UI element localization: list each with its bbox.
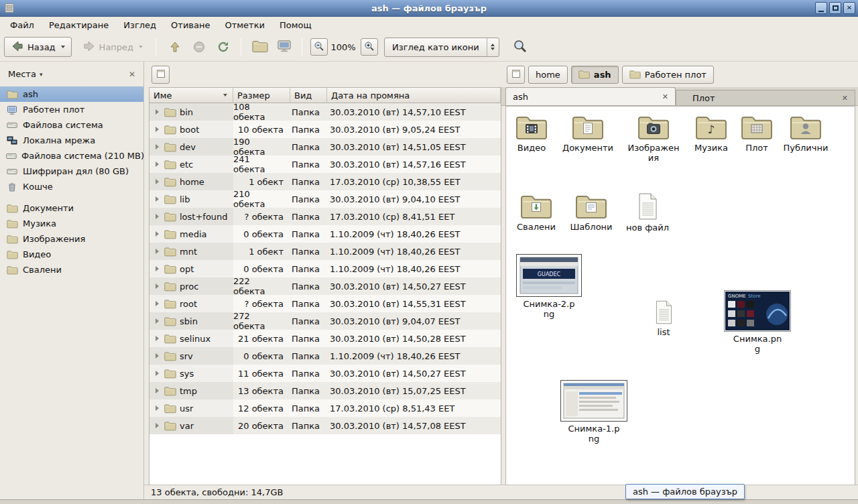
close-button[interactable]: ✕ — [843, 2, 855, 14]
expander-icon[interactable] — [156, 371, 159, 376]
sidebar-item-video[interactable]: Видео — [0, 247, 143, 262]
sidebar-item-trash[interactable]: Кошче — [0, 179, 143, 194]
menu-go[interactable]: Отиване — [164, 18, 217, 32]
table-row[interactable]: home1 обектПапка17.03.2010 (ср) 10,38,55… — [149, 173, 501, 190]
reload-button[interactable] — [212, 37, 235, 57]
expander-icon[interactable] — [156, 301, 159, 306]
icon-view[interactable]: ВидеоДокументиИзображения♪МузикаПлотПубл… — [505, 106, 855, 485]
tab-plot[interactable]: Плот✕ — [676, 90, 855, 105]
sidebar-item-filesystem[interactable]: Файлова система — [0, 117, 143, 133]
file-item-snimka[interactable]: GNOMEStoreСнимка.png — [724, 290, 791, 354]
pane-location-button[interactable] — [507, 66, 525, 84]
sidebar-item-encrypted-80gb[interactable]: Шифриран дял (80 GB) — [0, 164, 143, 179]
expander-icon[interactable] — [156, 196, 159, 202]
sidebar-item-documents[interactable]: Документи — [0, 200, 143, 216]
expander-icon[interactable] — [156, 179, 159, 184]
expander-icon[interactable] — [156, 162, 159, 167]
sidebar-item-downloads[interactable]: Свалени — [0, 262, 143, 277]
breadcrumb-ash[interactable]: ash — [571, 66, 619, 84]
minimize-button[interactable] — [815, 2, 827, 14]
expander-icon[interactable] — [156, 144, 159, 149]
places-dropdown[interactable]: Места ▾ — [8, 69, 42, 79]
table-row[interactable]: var20 обектаПапка30.03.2010 (вт) 14,57,0… — [149, 417, 501, 434]
table-row[interactable]: bin108 обектаПапка30.03.2010 (вт) 14,57,… — [149, 103, 501, 121]
pane-location-button[interactable] — [151, 66, 170, 84]
back-button[interactable]: Назад — [4, 37, 72, 57]
file-item-documents[interactable]: Документи — [554, 114, 621, 153]
up-button[interactable] — [164, 37, 186, 57]
table-row[interactable]: lost+found? обектаПапка17.03.2010 (ср) 8… — [149, 208, 501, 225]
search-button[interactable] — [509, 37, 532, 57]
table-row[interactable]: dev190 обектаПапка30.03.2010 (вт) 14,51,… — [149, 138, 501, 155]
stop-button[interactable] — [188, 37, 210, 57]
file-item-list[interactable]: list — [630, 300, 697, 337]
menu-help[interactable]: Помощ — [272, 18, 319, 32]
taskbar-window-label[interactable]: ash — файлов браузър — [625, 484, 745, 499]
table-row[interactable]: usr12 обектаПапка17.03.2010 (ср) 8,51,43… — [149, 399, 501, 417]
zoom-in-button[interactable] — [361, 38, 378, 56]
expander-icon[interactable] — [156, 423, 159, 428]
maximize-button[interactable] — [829, 2, 841, 14]
forward-dropdown-icon[interactable] — [139, 46, 143, 48]
expander-icon[interactable] — [156, 284, 159, 289]
file-item-snimka2[interactable]: GUADECСнимка-2.png — [515, 254, 583, 319]
expander-icon[interactable] — [156, 214, 159, 219]
view-mode-select[interactable]: Изглед като икони — [384, 38, 499, 57]
file-item-newfile[interactable]: нов файл — [614, 192, 681, 233]
column-header-size[interactable]: Размер — [233, 88, 290, 103]
tab-ash[interactable]: ash✕ — [505, 87, 676, 105]
table-row[interactable]: tmp13 обектаПапка30.03.2010 (вт) 15,07,2… — [149, 382, 501, 399]
home-button[interactable] — [249, 37, 271, 57]
menu-bookmarks[interactable]: Отметки — [217, 18, 271, 32]
breadcrumb-home[interactable]: home — [528, 66, 568, 84]
combo-arrows-icon[interactable] — [487, 38, 499, 56]
expander-icon[interactable] — [156, 109, 159, 115]
expander-icon[interactable] — [156, 318, 159, 324]
sidebar-item-desktop[interactable]: Работен плот — [0, 102, 143, 117]
menu-file[interactable]: Файл — [3, 18, 42, 32]
table-row[interactable]: selinux21 обектаПапка30.03.2010 (вт) 14,… — [149, 330, 501, 347]
expander-icon[interactable] — [156, 249, 159, 254]
back-dropdown-icon[interactable] — [61, 46, 65, 48]
expander-icon[interactable] — [156, 231, 159, 237]
tab-close-icon[interactable]: ✕ — [662, 92, 668, 101]
sidebar-item-ash[interactable]: ash — [0, 86, 143, 102]
file-item-snimka1[interactable]: Снимка-1.png — [560, 380, 627, 444]
expander-icon[interactable] — [156, 266, 159, 271]
table-row[interactable]: srv0 обектаПапка1.10.2009 (чт) 18,40,26 … — [149, 347, 501, 365]
file-item-public[interactable]: Публични — [772, 114, 839, 153]
table-row[interactable]: sbin272 обектаПапка30.03.2010 (вт) 9,04,… — [149, 312, 501, 330]
table-row[interactable]: root? обектаПапка30.03.2010 (вт) 14,55,3… — [149, 295, 501, 312]
zoom-out-button[interactable] — [310, 38, 328, 56]
menu-edit[interactable]: Редактиране — [42, 18, 116, 32]
sidebar-item-music[interactable]: Музика — [0, 216, 143, 231]
sidebar-close-button[interactable]: ✕ — [129, 70, 135, 79]
expander-icon[interactable] — [156, 388, 159, 393]
expander-icon[interactable] — [156, 405, 159, 411]
table-row[interactable]: sys11 обектаПапка30.03.2010 (вт) 14,50,2… — [149, 365, 501, 382]
breadcrumb-desktop[interactable]: Работен плот — [622, 66, 714, 84]
expander-icon[interactable] — [156, 127, 159, 132]
table-row[interactable]: proc222 обектаПапка30.03.2010 (вт) 14,50… — [149, 277, 501, 295]
column-header-name[interactable]: Име — [149, 88, 233, 103]
table-row[interactable]: media0 обектаПапка1.10.2009 (чт) 18,40,2… — [149, 225, 501, 243]
table-row[interactable]: lib210 обектаПапка30.03.2010 (вт) 9,04,1… — [149, 190, 501, 208]
sidebar-item-pictures[interactable]: Изображения — [0, 231, 143, 247]
expander-icon[interactable] — [156, 336, 159, 341]
file-item-pictures[interactable]: Изображения — [620, 114, 687, 163]
sidebar-item-filesystem-210mb[interactable]: Файлова система (210 MB) — [0, 148, 143, 164]
expander-icon[interactable] — [156, 353, 159, 359]
taskbar[interactable] — [0, 499, 858, 504]
titlebar[interactable]: ash — файлов браузър ✕ — [0, 0, 858, 17]
computer-button[interactable] — [273, 37, 296, 57]
table-row[interactable]: opt0 обектаПапка1.10.2009 (чт) 18,40,26 … — [149, 260, 501, 277]
forward-button[interactable]: Напред — [76, 37, 149, 57]
menu-view[interactable]: Изглед — [116, 18, 164, 32]
tab-close-icon[interactable]: ✕ — [842, 94, 848, 103]
sidebar-item-local-network[interactable]: Локална мрежа — [0, 133, 143, 148]
column-header-modified[interactable]: Дата на промяна — [327, 88, 501, 103]
table-row[interactable]: boot10 обектаПапка30.03.2010 (вт) 9,05,2… — [149, 121, 501, 138]
table-row[interactable]: mnt1 обектПапка1.10.2009 (чт) 18,40,26 E… — [149, 243, 501, 260]
table-row[interactable]: etc241 обектаПапка30.03.2010 (вт) 14,57,… — [149, 155, 501, 173]
column-header-type[interactable]: Вид — [290, 88, 327, 103]
